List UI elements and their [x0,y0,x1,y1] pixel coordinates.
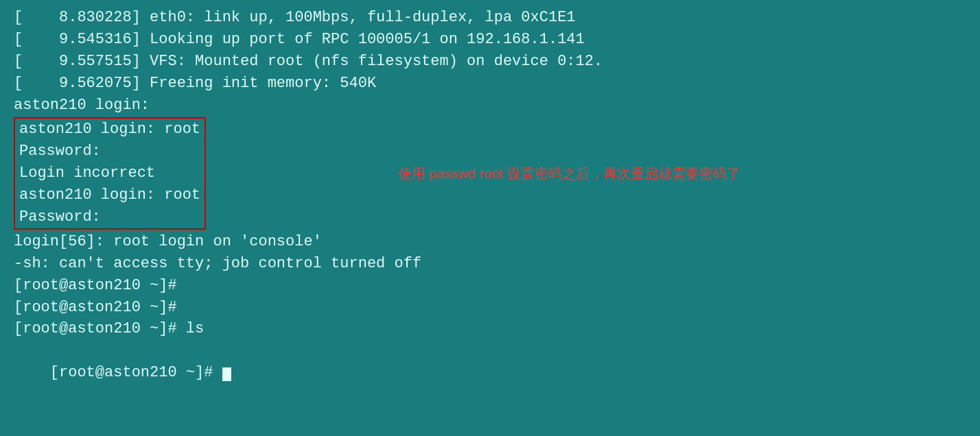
cursor-block [222,367,231,381]
terminal-line-5: aston210 login: [14,95,966,117]
after-line-4: [root@aston210 ~]# [14,297,966,319]
boxed-line-2: Password: [19,141,200,162]
terminal-line-3: [ 9.557515] VFS: Mounted root (nfs files… [14,51,966,73]
boxed-line-4: aston210 login: root [19,184,200,206]
after-line-3: [root@aston210 ~]# [14,275,966,297]
after-line-2: -sh: can't access tty; job control turne… [14,253,966,275]
terminal-line-1: [ 8.830228] eth0: link up, 100Mbps, full… [14,7,966,29]
after-line-6: [root@aston210 ~]# [14,340,966,406]
passwd-annotation: 使用 passwd root 设置密码之后，再次重启就需要密码了 [398,165,740,183]
boxed-line-5: Password: [19,206,200,228]
boxed-login-lines: aston210 login: root Password: Login inc… [14,117,206,229]
after-line-1: login[56]: root login on 'console' [14,231,966,253]
terminal-line-4: [ 9.562075] Freeing init memory: 540K [14,73,966,95]
boxed-line-1: aston210 login: root [19,119,200,141]
terminal-line-2: [ 9.545316] Looking up port of RPC 10000… [14,29,966,51]
boxed-line-3: Login incorrect [19,162,200,184]
terminal-window: [ 8.830228] eth0: link up, 100Mbps, full… [0,0,980,436]
login-attempt-box: aston210 login: root Password: Login inc… [14,117,966,229]
after-line-5: [root@aston210 ~]# ls [14,318,966,340]
